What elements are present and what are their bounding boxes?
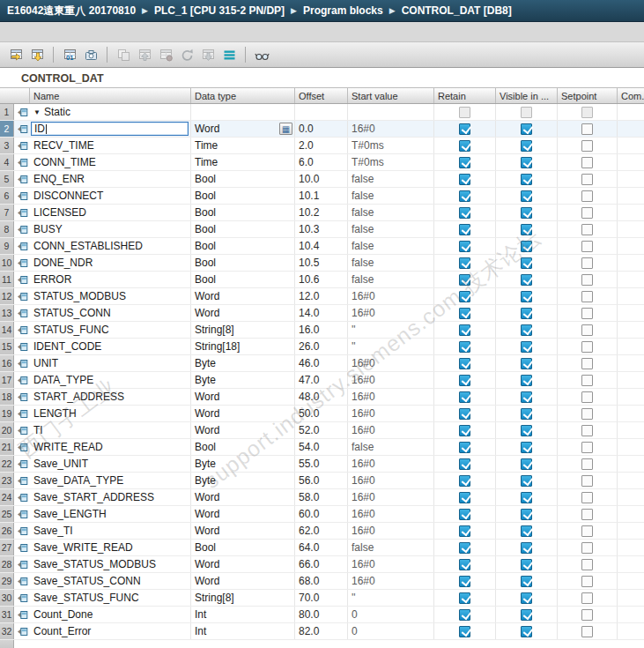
start-value-cell[interactable]: 16#0: [348, 406, 434, 421]
start-value-cell[interactable]: 16#0: [348, 456, 434, 472]
visible-checkbox[interactable]: [521, 241, 532, 252]
offset-cell[interactable]: 10.2: [295, 205, 348, 220]
offset-cell[interactable]: 52.0: [295, 422, 348, 438]
name-cell[interactable]: DISCONNECT: [30, 188, 191, 204]
visible-checkbox[interactable]: [521, 442, 532, 453]
name-cell[interactable]: RECV_TIME: [30, 138, 191, 153]
start-value-cell[interactable]: false: [348, 221, 434, 237]
start-value-cell[interactable]: 16#0: [348, 506, 434, 522]
row-number[interactable]: 24: [0, 489, 14, 505]
datatype-cell[interactable]: Bool: [191, 188, 295, 204]
retain-checkbox[interactable]: [459, 391, 470, 403]
comment-cell[interactable]: [618, 406, 644, 421]
offset-cell[interactable]: 56.0: [295, 473, 348, 488]
setpoint-checkbox[interactable]: [581, 358, 593, 369]
retain-checkbox[interactable]: [459, 324, 470, 336]
comment-cell[interactable]: [618, 623, 644, 639]
name-cell[interactable]: START_ADDRESS: [30, 389, 191, 405]
copy-snapshots-to-start-values-button[interactable]: [114, 45, 133, 64]
name-cell[interactable]: DATA_TYPE: [30, 372, 191, 388]
datatype-cell[interactable]: Bool: [191, 272, 295, 287]
name-cell[interactable]: UNIT: [30, 355, 191, 371]
retain-checkbox[interactable]: [459, 425, 470, 436]
setpoint-checkbox[interactable]: [581, 207, 593, 219]
expanded-mode-button[interactable]: [219, 45, 239, 64]
name-cell[interactable]: Save_LENGTH: [30, 506, 191, 522]
visible-checkbox[interactable]: [521, 559, 532, 570]
start-value-cell[interactable]: false: [348, 439, 434, 455]
setpoint-checkbox[interactable]: [581, 157, 593, 168]
offset-cell[interactable]: 10.1: [295, 188, 348, 204]
offset-cell[interactable]: 14.0: [295, 305, 348, 321]
comment-cell[interactable]: [618, 355, 644, 371]
datatype-cell[interactable]: Word: [191, 288, 295, 304]
comment-cell[interactable]: [618, 372, 644, 388]
visible-checkbox[interactable]: [521, 274, 532, 286]
breadcrumb-item[interactable]: CONTROL_DAT [DB8]: [402, 4, 512, 17]
name-cell[interactable]: WRITE_READ: [30, 439, 191, 455]
datatype-cell[interactable]: Byte: [191, 372, 295, 388]
datatype-picker-button[interactable]: ▦: [279, 123, 292, 135]
setpoint-checkbox[interactable]: [581, 442, 593, 453]
name-cell[interactable]: STATUS_MODBUS: [30, 288, 191, 304]
row-number[interactable]: 1: [0, 104, 14, 120]
datatype-cell[interactable]: Word: [191, 506, 295, 522]
visible-checkbox[interactable]: [521, 425, 532, 436]
offset-cell[interactable]: 60.0: [295, 506, 348, 522]
row-number[interactable]: 7: [0, 205, 14, 220]
visible-checkbox[interactable]: [521, 509, 532, 520]
row-number[interactable]: 29: [0, 573, 14, 589]
comment-cell[interactable]: [618, 121, 644, 137]
retain-checkbox[interactable]: [459, 190, 470, 202]
retain-checkbox[interactable]: [459, 224, 470, 235]
start-value-cell[interactable]: [348, 104, 434, 120]
datatype-cell[interactable]: Word: [191, 489, 295, 505]
name-cell[interactable]: STATUS_FUNC: [30, 322, 191, 338]
comment-cell[interactable]: [618, 523, 644, 539]
name-cell[interactable]: ▼Static: [30, 104, 191, 120]
setpoint-checkbox[interactable]: [581, 308, 593, 319]
datatype-cell[interactable]: Bool: [191, 439, 295, 455]
setpoint-checkbox[interactable]: [581, 174, 593, 185]
offset-cell[interactable]: 10.6: [295, 272, 348, 287]
row-number[interactable]: 18: [0, 389, 14, 405]
visible-checkbox[interactable]: [521, 140, 532, 152]
row-number[interactable]: 4: [0, 154, 14, 170]
retain-checkbox[interactable]: [459, 492, 470, 503]
comment-cell[interactable]: [618, 439, 644, 455]
offset-cell[interactable]: 54.0: [295, 439, 348, 455]
row-number[interactable]: 30: [0, 590, 14, 606]
setpoint-checkbox[interactable]: [581, 509, 593, 520]
datatype-cell[interactable]: Bool: [191, 171, 295, 187]
offset-cell[interactable]: 46.0: [295, 355, 348, 371]
comment-cell[interactable]: [618, 272, 644, 287]
visible-checkbox[interactable]: [521, 626, 532, 637]
setpoint-checkbox[interactable]: [581, 576, 593, 587]
datatype-cell[interactable]: Bool: [191, 205, 295, 220]
offset-cell[interactable]: [295, 104, 348, 120]
retain-checkbox[interactable]: [459, 341, 470, 353]
start-value-cell[interactable]: false: [348, 255, 434, 271]
insert-row-button[interactable]: [6, 45, 26, 64]
snapshot-actual-values-button[interactable]: [81, 45, 100, 64]
retain-checkbox[interactable]: [459, 442, 470, 453]
visible-checkbox[interactable]: [521, 408, 532, 420]
datatype-cell[interactable]: String[8]: [191, 590, 295, 606]
setpoint-checkbox[interactable]: [581, 525, 593, 537]
retain-checkbox[interactable]: [459, 592, 470, 604]
start-value-cell[interactable]: 0: [348, 623, 434, 639]
name-cell[interactable]: CONN_TIME: [30, 154, 191, 170]
datatype-cell[interactable]: Bool: [191, 540, 295, 555]
setpoint-checkbox[interactable]: [581, 224, 593, 235]
comment-cell[interactable]: [618, 255, 644, 271]
datatype-cell[interactable]: Word: [191, 305, 295, 321]
setpoint-checkbox[interactable]: [581, 542, 593, 554]
visible-checkbox[interactable]: [521, 123, 532, 135]
comment-cell[interactable]: [618, 221, 644, 237]
datatype-cell[interactable]: Time: [191, 138, 295, 153]
name-cell[interactable]: LICENSED: [30, 205, 191, 220]
comment-cell[interactable]: [618, 422, 644, 438]
row-number[interactable]: 9: [0, 238, 14, 254]
datatype-cell[interactable]: Byte: [191, 473, 295, 488]
start-value-cell[interactable]: false: [348, 272, 434, 287]
